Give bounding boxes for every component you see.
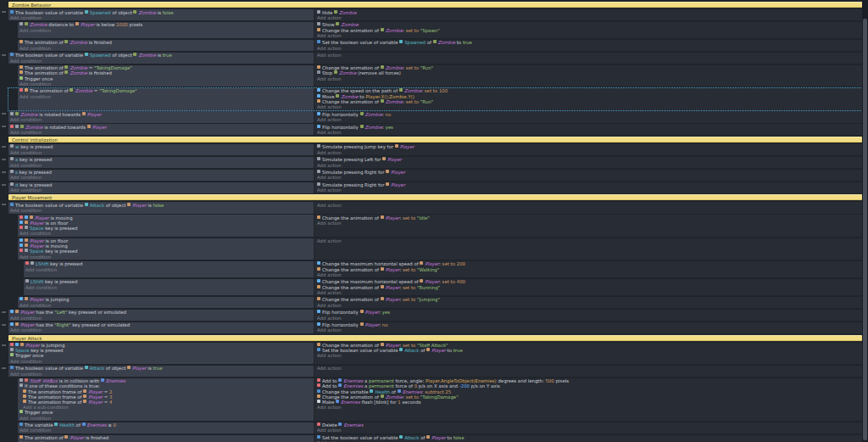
text-segment: The animation of xyxy=(25,435,64,440)
conditions-panel: The animation of Zombie = "TakingDamage"… xyxy=(18,88,314,110)
add-action-link[interactable]: Add action xyxy=(317,163,860,168)
text-segment: Add to xyxy=(322,383,338,389)
add-condition-link[interactable]: Add condition xyxy=(19,231,312,236)
add-condition-link[interactable]: Add condition xyxy=(10,208,312,213)
text-segment: The animation of xyxy=(30,88,70,93)
add-action-link[interactable]: Add action xyxy=(317,117,860,122)
add-condition-link[interactable]: Add condition xyxy=(25,267,312,272)
add-condition-link[interactable]: Add condition xyxy=(25,285,312,290)
add-condition-link[interactable]: Add condition xyxy=(10,130,312,135)
add-action-link[interactable]: Add action xyxy=(317,303,860,308)
zombie-icon xyxy=(25,22,28,25)
text-segment: "Run" xyxy=(420,99,433,104)
text-segment: p/s on Y axis xyxy=(470,383,500,389)
text-segment: Show xyxy=(322,22,336,27)
animation-icon xyxy=(317,65,320,69)
add-action-link[interactable]: Add action xyxy=(317,327,860,333)
text-segment: Zombie xyxy=(70,65,86,70)
text-segment: 0 xyxy=(114,422,116,428)
add-action-link[interactable]: Add action xyxy=(317,104,860,109)
platform-icon xyxy=(25,215,28,219)
add-condition-link[interactable]: Add condition xyxy=(10,175,312,180)
add-condition-link[interactable]: Add condition xyxy=(10,163,312,168)
event-block: s key is pressedAdd conditionSimulate pr… xyxy=(8,170,862,181)
scrollbar-track[interactable] xyxy=(862,0,868,442)
text-segment: false xyxy=(163,10,174,15)
add-action-link[interactable]: Add action xyxy=(317,272,860,277)
text-segment: Player xyxy=(81,22,95,27)
add-action-link[interactable]: Add action xyxy=(317,53,860,58)
text-segment: is moving xyxy=(44,243,68,249)
text-segment: distance to xyxy=(47,22,75,27)
keyboard-icon xyxy=(25,279,29,283)
add-condition-link[interactable]: Add condition xyxy=(10,15,312,20)
text-segment: Enemies xyxy=(341,400,360,405)
actions-panel: Change the animation of Zombie: set to "… xyxy=(314,65,862,87)
text-segment: Zombie xyxy=(339,70,356,76)
text-segment: key is pressed xyxy=(19,144,53,149)
delete-icon xyxy=(317,422,320,426)
add-condition-link[interactable]: Add condition xyxy=(10,372,312,377)
section-header[interactable]: Player Attack xyxy=(8,335,862,341)
text-segment: Player xyxy=(365,310,380,315)
text-segment: Zombie xyxy=(75,88,92,93)
add-action-link[interactable]: Add action xyxy=(317,46,860,51)
add-condition-link[interactable]: Add condition xyxy=(10,117,312,122)
add-action-link[interactable]: Add action xyxy=(317,187,860,193)
add-condition-link[interactable]: Add condition xyxy=(10,327,312,333)
add-condition-link[interactable]: Add condition xyxy=(10,150,312,155)
add-action-link[interactable]: Add action xyxy=(317,221,860,226)
text-segment: Attack xyxy=(404,435,419,440)
add-condition-link[interactable]: Add condition xyxy=(10,59,312,64)
text-segment: key is pressed xyxy=(29,348,63,353)
add-action-link[interactable]: Add action xyxy=(317,76,860,81)
section-header[interactable]: Player Movement xyxy=(8,194,862,200)
actions-panel: Delete EnemiesAdd action xyxy=(314,422,862,434)
player-icon xyxy=(426,435,430,439)
section-header[interactable]: Zombie Behavior xyxy=(8,2,862,8)
text-segment: key is pressed xyxy=(48,261,82,266)
add-condition-link[interactable]: Add condition xyxy=(19,81,312,87)
text-segment: of object xyxy=(111,10,134,15)
scrollbar-thumb[interactable] xyxy=(863,19,867,440)
actions-panel: Simulate pressing Left for PlayerAdd act… xyxy=(314,157,862,168)
text-segment: pixels xyxy=(128,22,142,27)
add-action-link[interactable]: Add action xyxy=(317,203,860,208)
add-action-link[interactable]: Add action xyxy=(317,290,860,295)
animation-icon xyxy=(19,40,23,43)
add-condition-link[interactable]: Add condition xyxy=(19,28,312,33)
add-action-link[interactable]: Add action xyxy=(317,366,860,371)
add-action-link[interactable]: Add action xyxy=(317,405,860,410)
keyboard-icon xyxy=(10,182,14,186)
add-action-link[interactable]: Add action xyxy=(317,316,860,321)
text-segment: Enemies xyxy=(106,378,125,383)
add-action-link[interactable]: Add action xyxy=(317,175,860,180)
add-action-link[interactable]: Add action xyxy=(317,130,860,135)
add-condition-link[interactable]: Add condition xyxy=(10,316,312,321)
add-condition-link[interactable]: Add condition xyxy=(19,303,312,308)
add-condition-link[interactable]: Add condition xyxy=(10,359,312,364)
sub-variable-icon xyxy=(19,422,23,426)
add-condition-link[interactable]: Add condition xyxy=(19,428,312,433)
platform-icon xyxy=(10,310,14,313)
add-action-link[interactable]: Add action xyxy=(317,353,860,358)
add-condition-link[interactable]: Add condition xyxy=(19,416,312,421)
add-condition-link[interactable]: Add condition xyxy=(19,255,312,260)
add-condition-link[interactable]: Add condition xyxy=(10,187,312,193)
add-action-link[interactable]: Add action xyxy=(317,428,860,433)
add-action-link[interactable]: Add action xyxy=(317,150,860,155)
add-action-link[interactable]: Add action xyxy=(317,15,860,20)
text-segment: Player xyxy=(70,435,84,440)
variable-icon xyxy=(85,10,88,14)
add-action-link[interactable]: Add action xyxy=(317,238,860,243)
add-sub-condition-label: Add a sub-condition xyxy=(23,405,69,410)
sub-variable-icon xyxy=(317,389,320,393)
animation-icon xyxy=(19,65,23,69)
add-condition-link[interactable]: Add condition xyxy=(19,94,312,99)
text-segment: set to xyxy=(442,261,455,266)
event-block: The animation of Zombie = "TakingDamage"… xyxy=(8,65,862,87)
section-header[interactable]: Control initialization xyxy=(8,137,862,143)
text-segment: Player xyxy=(365,322,380,327)
add-action-link[interactable]: Add action xyxy=(317,33,860,38)
add-condition-link[interactable]: Add condition xyxy=(19,46,312,51)
